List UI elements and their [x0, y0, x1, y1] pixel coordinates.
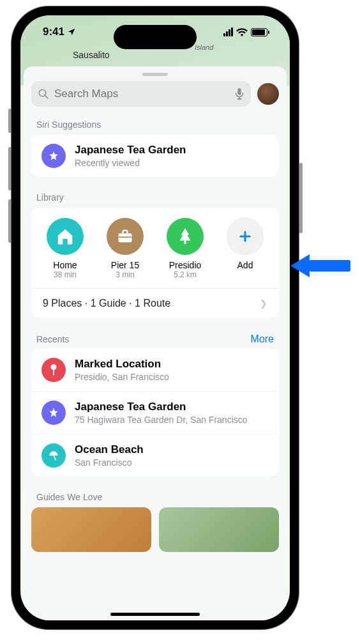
- status-time: 9:41: [43, 26, 64, 38]
- guide-tile-1[interactable]: [31, 507, 151, 552]
- svg-rect-2: [237, 88, 241, 95]
- recent-item-ocean-beach[interactable]: Ocean Beach San Francisco: [31, 434, 279, 477]
- library-header: Library: [24, 188, 287, 208]
- tree-icon: [167, 218, 204, 255]
- recents-header: Recents: [36, 334, 69, 344]
- profile-avatar[interactable]: [257, 83, 279, 105]
- recents-card: Marked Location Presidio, San Francisco …: [31, 349, 279, 477]
- screen: Sausalito Island 9:41: [20, 15, 290, 620]
- svg-rect-3: [119, 233, 132, 242]
- map-label-sausalito: Sausalito: [73, 50, 110, 60]
- recent-item-tea-garden[interactable]: Japanese Tea Garden 75 Hagiwara Tea Gard…: [31, 392, 279, 434]
- recent-item-marked[interactable]: Marked Location Presidio, San Francisco: [31, 349, 279, 392]
- library-item-pier15[interactable]: Pier 15 3 min: [95, 218, 155, 279]
- phone-frame: Sausalito Island 9:41: [11, 6, 299, 629]
- power-button: [299, 163, 303, 233]
- siri-suggestion-card: Japanese Tea Garden Recently viewed: [31, 135, 279, 177]
- svg-line-1: [45, 95, 48, 98]
- search-input[interactable]: [54, 88, 229, 100]
- umbrella-icon: [41, 443, 66, 468]
- library-card: Home 38 min Pier 15 3 min: [31, 208, 279, 318]
- siri-suggestion-item[interactable]: Japanese Tea Garden Recently viewed: [31, 135, 279, 177]
- briefcase-icon: [107, 218, 144, 255]
- library-item-presidio[interactable]: Presidio 5.2 km: [155, 218, 215, 279]
- cellular-icon: [223, 27, 233, 36]
- suggestion-title: Japanese Tea Garden: [75, 144, 269, 157]
- search-sheet: Siri Suggestions Japanese Tea Garden Rec…: [24, 66, 287, 620]
- plus-icon: [227, 218, 264, 255]
- dynamic-island: [114, 25, 197, 49]
- svg-rect-5: [184, 240, 186, 243]
- svg-point-8: [50, 364, 56, 370]
- mic-icon[interactable]: [234, 88, 244, 100]
- recents-more-link[interactable]: More: [251, 334, 274, 345]
- suggestion-subtitle: Recently viewed: [75, 158, 269, 168]
- star-icon: [41, 401, 66, 425]
- library-item-add[interactable]: Add: [215, 218, 275, 279]
- sheet-grabber[interactable]: [142, 73, 168, 76]
- svg-line-10: [54, 456, 56, 460]
- library-summary-row[interactable]: 9 Places · 1 Guide · 1 Route ❯: [31, 288, 279, 318]
- location-icon: [67, 27, 76, 36]
- home-icon: [47, 218, 84, 255]
- star-icon: [41, 144, 66, 168]
- callout-arrow: [290, 254, 350, 277]
- svg-rect-9: [53, 369, 54, 375]
- pin-icon: [41, 358, 66, 382]
- guide-tile-2[interactable]: [159, 507, 279, 552]
- guides-header: Guides We Love: [24, 488, 287, 507]
- wifi-icon: [236, 28, 248, 36]
- home-indicator[interactable]: [110, 613, 200, 616]
- library-summary-text: 9 Places · 1 Guide · 1 Route: [43, 298, 170, 309]
- search-bar[interactable]: [31, 81, 251, 107]
- battery-icon: [251, 28, 267, 36]
- library-item-home[interactable]: Home 38 min: [35, 218, 95, 279]
- search-icon: [38, 88, 49, 100]
- chevron-right-icon: ❯: [260, 298, 267, 309]
- siri-suggestions-header: Siri Suggestions: [24, 116, 287, 135]
